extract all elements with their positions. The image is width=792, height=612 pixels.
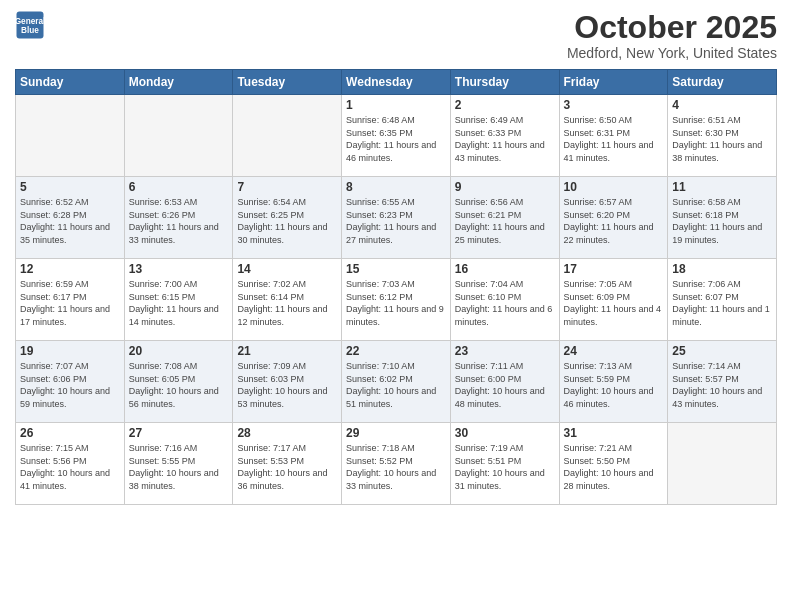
logo: General Blue (15, 10, 45, 40)
day-number: 2 (455, 98, 555, 112)
day-number: 12 (20, 262, 120, 276)
calendar-cell: 6Sunrise: 6:53 AM Sunset: 6:26 PM Daylig… (124, 177, 233, 259)
day-number: 10 (564, 180, 664, 194)
day-info: Sunrise: 6:48 AM Sunset: 6:35 PM Dayligh… (346, 114, 446, 164)
day-info: Sunrise: 7:00 AM Sunset: 6:15 PM Dayligh… (129, 278, 229, 328)
day-number: 30 (455, 426, 555, 440)
day-number: 9 (455, 180, 555, 194)
day-number: 29 (346, 426, 446, 440)
location: Medford, New York, United States (567, 45, 777, 61)
calendar-cell: 24Sunrise: 7:13 AM Sunset: 5:59 PM Dayli… (559, 341, 668, 423)
day-info: Sunrise: 7:15 AM Sunset: 5:56 PM Dayligh… (20, 442, 120, 492)
calendar-cell (668, 423, 777, 505)
day-number: 1 (346, 98, 446, 112)
svg-text:Blue: Blue (21, 26, 39, 35)
day-info: Sunrise: 7:11 AM Sunset: 6:00 PM Dayligh… (455, 360, 555, 410)
calendar-table: Sunday Monday Tuesday Wednesday Thursday… (15, 69, 777, 505)
header-saturday: Saturday (668, 70, 777, 95)
header: General Blue October 2025 Medford, New Y… (15, 10, 777, 61)
day-info: Sunrise: 7:07 AM Sunset: 6:06 PM Dayligh… (20, 360, 120, 410)
calendar-cell: 23Sunrise: 7:11 AM Sunset: 6:00 PM Dayli… (450, 341, 559, 423)
calendar-cell: 15Sunrise: 7:03 AM Sunset: 6:12 PM Dayli… (342, 259, 451, 341)
calendar-week-2: 5Sunrise: 6:52 AM Sunset: 6:28 PM Daylig… (16, 177, 777, 259)
calendar-cell: 13Sunrise: 7:00 AM Sunset: 6:15 PM Dayli… (124, 259, 233, 341)
calendar-cell: 25Sunrise: 7:14 AM Sunset: 5:57 PM Dayli… (668, 341, 777, 423)
day-info: Sunrise: 6:57 AM Sunset: 6:20 PM Dayligh… (564, 196, 664, 246)
calendar-cell (16, 95, 125, 177)
day-number: 15 (346, 262, 446, 276)
calendar-cell (124, 95, 233, 177)
calendar-week-3: 12Sunrise: 6:59 AM Sunset: 6:17 PM Dayli… (16, 259, 777, 341)
calendar-cell: 11Sunrise: 6:58 AM Sunset: 6:18 PM Dayli… (668, 177, 777, 259)
day-number: 25 (672, 344, 772, 358)
day-number: 13 (129, 262, 229, 276)
day-number: 4 (672, 98, 772, 112)
calendar-week-1: 1Sunrise: 6:48 AM Sunset: 6:35 PM Daylig… (16, 95, 777, 177)
calendar-cell: 22Sunrise: 7:10 AM Sunset: 6:02 PM Dayli… (342, 341, 451, 423)
day-number: 11 (672, 180, 772, 194)
calendar-cell (233, 95, 342, 177)
calendar-cell: 29Sunrise: 7:18 AM Sunset: 5:52 PM Dayli… (342, 423, 451, 505)
day-info: Sunrise: 7:19 AM Sunset: 5:51 PM Dayligh… (455, 442, 555, 492)
header-sunday: Sunday (16, 70, 125, 95)
day-number: 14 (237, 262, 337, 276)
calendar-cell: 17Sunrise: 7:05 AM Sunset: 6:09 PM Dayli… (559, 259, 668, 341)
calendar-cell: 4Sunrise: 6:51 AM Sunset: 6:30 PM Daylig… (668, 95, 777, 177)
day-number: 20 (129, 344, 229, 358)
day-info: Sunrise: 7:03 AM Sunset: 6:12 PM Dayligh… (346, 278, 446, 328)
day-number: 31 (564, 426, 664, 440)
day-info: Sunrise: 6:54 AM Sunset: 6:25 PM Dayligh… (237, 196, 337, 246)
calendar-cell: 31Sunrise: 7:21 AM Sunset: 5:50 PM Dayli… (559, 423, 668, 505)
day-info: Sunrise: 7:10 AM Sunset: 6:02 PM Dayligh… (346, 360, 446, 410)
day-number: 28 (237, 426, 337, 440)
day-info: Sunrise: 7:17 AM Sunset: 5:53 PM Dayligh… (237, 442, 337, 492)
day-number: 6 (129, 180, 229, 194)
day-number: 7 (237, 180, 337, 194)
day-number: 17 (564, 262, 664, 276)
day-info: Sunrise: 7:14 AM Sunset: 5:57 PM Dayligh… (672, 360, 772, 410)
day-info: Sunrise: 6:58 AM Sunset: 6:18 PM Dayligh… (672, 196, 772, 246)
day-info: Sunrise: 7:08 AM Sunset: 6:05 PM Dayligh… (129, 360, 229, 410)
day-info: Sunrise: 7:05 AM Sunset: 6:09 PM Dayligh… (564, 278, 664, 328)
calendar-week-5: 26Sunrise: 7:15 AM Sunset: 5:56 PM Dayli… (16, 423, 777, 505)
header-monday: Monday (124, 70, 233, 95)
day-info: Sunrise: 7:02 AM Sunset: 6:14 PM Dayligh… (237, 278, 337, 328)
day-info: Sunrise: 6:56 AM Sunset: 6:21 PM Dayligh… (455, 196, 555, 246)
day-info: Sunrise: 6:50 AM Sunset: 6:31 PM Dayligh… (564, 114, 664, 164)
day-number: 8 (346, 180, 446, 194)
day-info: Sunrise: 7:16 AM Sunset: 5:55 PM Dayligh… (129, 442, 229, 492)
day-info: Sunrise: 6:49 AM Sunset: 6:33 PM Dayligh… (455, 114, 555, 164)
day-info: Sunrise: 7:18 AM Sunset: 5:52 PM Dayligh… (346, 442, 446, 492)
day-info: Sunrise: 6:59 AM Sunset: 6:17 PM Dayligh… (20, 278, 120, 328)
day-info: Sunrise: 7:06 AM Sunset: 6:07 PM Dayligh… (672, 278, 772, 328)
day-info: Sunrise: 7:04 AM Sunset: 6:10 PM Dayligh… (455, 278, 555, 328)
calendar-cell: 10Sunrise: 6:57 AM Sunset: 6:20 PM Dayli… (559, 177, 668, 259)
title-section: October 2025 Medford, New York, United S… (567, 10, 777, 61)
day-number: 27 (129, 426, 229, 440)
day-info: Sunrise: 7:13 AM Sunset: 5:59 PM Dayligh… (564, 360, 664, 410)
day-number: 22 (346, 344, 446, 358)
day-number: 26 (20, 426, 120, 440)
calendar-cell: 27Sunrise: 7:16 AM Sunset: 5:55 PM Dayli… (124, 423, 233, 505)
day-number: 3 (564, 98, 664, 112)
calendar-cell: 19Sunrise: 7:07 AM Sunset: 6:06 PM Dayli… (16, 341, 125, 423)
day-number: 16 (455, 262, 555, 276)
calendar-cell: 5Sunrise: 6:52 AM Sunset: 6:28 PM Daylig… (16, 177, 125, 259)
day-info: Sunrise: 6:55 AM Sunset: 6:23 PM Dayligh… (346, 196, 446, 246)
calendar-cell: 12Sunrise: 6:59 AM Sunset: 6:17 PM Dayli… (16, 259, 125, 341)
day-info: Sunrise: 6:53 AM Sunset: 6:26 PM Dayligh… (129, 196, 229, 246)
day-info: Sunrise: 7:21 AM Sunset: 5:50 PM Dayligh… (564, 442, 664, 492)
calendar-cell: 1Sunrise: 6:48 AM Sunset: 6:35 PM Daylig… (342, 95, 451, 177)
calendar-cell: 28Sunrise: 7:17 AM Sunset: 5:53 PM Dayli… (233, 423, 342, 505)
calendar-cell: 16Sunrise: 7:04 AM Sunset: 6:10 PM Dayli… (450, 259, 559, 341)
day-number: 21 (237, 344, 337, 358)
calendar-cell: 3Sunrise: 6:50 AM Sunset: 6:31 PM Daylig… (559, 95, 668, 177)
day-number: 18 (672, 262, 772, 276)
logo-icon: General Blue (15, 10, 45, 40)
calendar-cell: 30Sunrise: 7:19 AM Sunset: 5:51 PM Dayli… (450, 423, 559, 505)
calendar-cell: 9Sunrise: 6:56 AM Sunset: 6:21 PM Daylig… (450, 177, 559, 259)
weekday-header-row: Sunday Monday Tuesday Wednesday Thursday… (16, 70, 777, 95)
day-number: 5 (20, 180, 120, 194)
calendar-cell: 20Sunrise: 7:08 AM Sunset: 6:05 PM Dayli… (124, 341, 233, 423)
calendar-cell: 21Sunrise: 7:09 AM Sunset: 6:03 PM Dayli… (233, 341, 342, 423)
